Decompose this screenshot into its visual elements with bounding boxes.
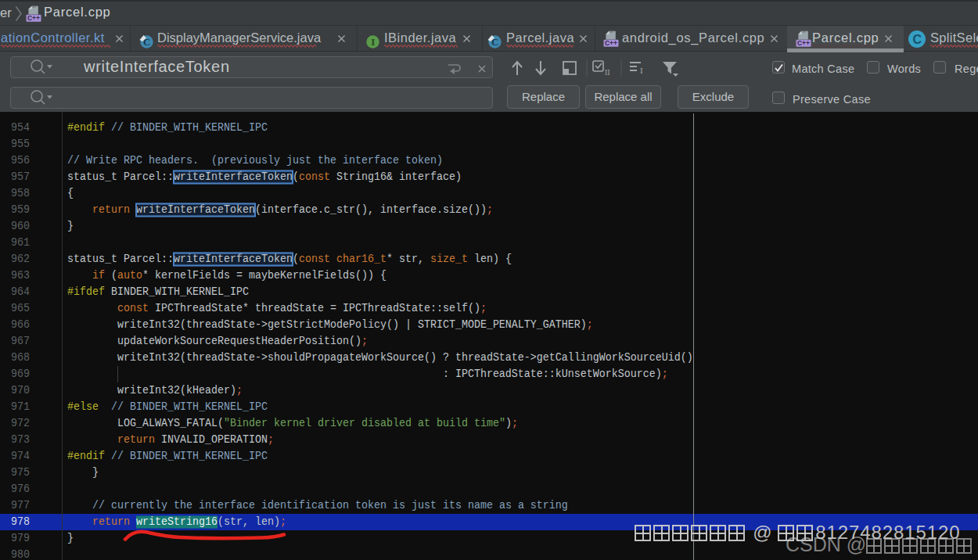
svg-text:I: I xyxy=(371,36,375,48)
svg-text:II: II xyxy=(605,68,610,77)
svg-text:C++: C++ xyxy=(27,14,40,22)
svg-text:C: C xyxy=(143,36,150,48)
svg-text:C++: C++ xyxy=(797,39,810,47)
svg-text:C: C xyxy=(913,33,922,46)
svg-text:C++: C++ xyxy=(605,39,617,47)
svg-text:I: I xyxy=(640,66,643,75)
svg-text:C: C xyxy=(491,36,498,48)
